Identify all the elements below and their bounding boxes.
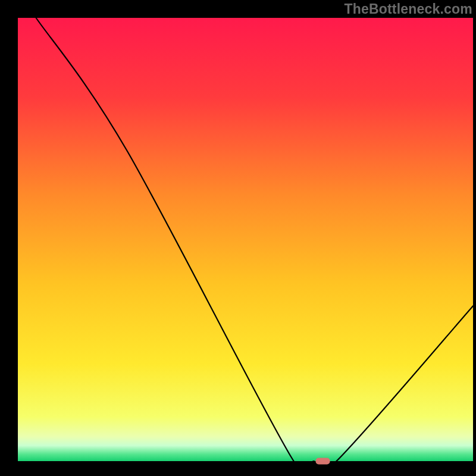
optimal-point-marker: [316, 458, 330, 465]
bottleneck-chart: [0, 0, 476, 476]
chart-plot-area: [18, 18, 473, 461]
watermark-text: TheBottleneck.com: [344, 1, 472, 17]
chart-container: TheBottleneck.com: [0, 0, 476, 476]
